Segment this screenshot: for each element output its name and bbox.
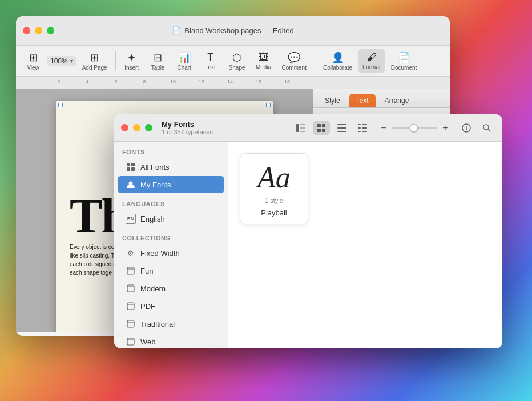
fontbook-window: My Fonts 1 of 357 typefaces [114, 114, 502, 348]
fontbook-body: Fonts All Fonts [114, 142, 502, 348]
fixed-width-label: Fixed Width [140, 249, 180, 258]
fontbook-titlebar: My Fonts 1 of 357 typefaces [114, 114, 502, 142]
document-icon: 📄 [398, 51, 410, 64]
svg-rect-6 [317, 129, 321, 132]
comment-icon: 💬 [288, 51, 300, 64]
svg-rect-23 [131, 163, 135, 166]
english-icon: EN [126, 214, 136, 224]
fontbook-grid-view-button[interactable] [313, 121, 330, 135]
toolbar-shape[interactable]: ⬡ Shape [224, 49, 250, 73]
sidebar-item-modern[interactable]: Modern [118, 280, 224, 297]
svg-rect-5 [322, 124, 325, 127]
fun-label: Fun [140, 267, 153, 275]
toolbar-media[interactable]: 🖼 Media [251, 49, 276, 73]
all-fonts-icon [126, 162, 136, 172]
sidebar-item-my-fonts[interactable]: My Fonts [118, 176, 224, 193]
fontbook-main: Aa 1 style Playball [228, 142, 502, 348]
fontbook-list-view-button[interactable] [333, 121, 350, 135]
zoom-control[interactable]: 100% ▾ [47, 56, 76, 66]
shape-icon: ⬡ [232, 51, 241, 64]
sidebar-section-languages: Languages [114, 194, 228, 210]
table-icon: ⊟ [154, 51, 162, 64]
maximize-button[interactable] [47, 27, 54, 34]
collaborate-icon: 👤 [332, 51, 344, 64]
window-title: 📄 Bland Workshop.pages — Edited [172, 26, 293, 35]
chart-icon: 📊 [178, 51, 191, 64]
toolbar-chart[interactable]: 📊 Chart [172, 49, 197, 73]
close-button[interactable] [23, 27, 30, 34]
traditional-label: Traditional [140, 320, 175, 328]
size-slider-group: − + [378, 122, 451, 134]
web-icon [126, 336, 136, 347]
svg-rect-0 [296, 124, 299, 132]
svg-rect-18 [466, 127, 467, 130]
fontbook-close-button[interactable] [121, 124, 128, 131]
toolbar-collaborate[interactable]: 👤 Collaborate [319, 49, 357, 73]
font-style-count: 1 style [265, 197, 283, 204]
svg-rect-9 [337, 127, 346, 129]
toolbar-view[interactable]: ⊞ View [21, 49, 46, 73]
toolbar-divider-2 [315, 51, 315, 71]
svg-rect-4 [317, 124, 321, 127]
svg-rect-35 [127, 338, 134, 345]
my-fonts-icon [126, 179, 136, 190]
font-preview-card[interactable]: Aa 1 style Playball [240, 153, 308, 224]
tab-arrange[interactable]: Arrange [378, 94, 416, 107]
svg-rect-2 [300, 127, 305, 129]
fontbook-maximize-button[interactable] [145, 124, 152, 131]
svg-rect-27 [127, 267, 134, 274]
svg-rect-13 [358, 127, 361, 129]
modern-label: Modern [140, 284, 166, 293]
sidebar-section-collections: Collections [114, 228, 228, 244]
fontbook-search-button[interactable] [478, 121, 495, 135]
svg-line-21 [488, 129, 490, 131]
fontbook-minimize-button[interactable] [133, 124, 140, 131]
my-fonts-label: My Fonts [140, 181, 171, 189]
fontbook-info-button[interactable] [458, 121, 475, 135]
size-increase-button[interactable]: + [440, 122, 451, 134]
size-slider[interactable] [392, 127, 437, 129]
traditional-icon [126, 319, 136, 329]
toolbar-table[interactable]: ⊟ Table [146, 49, 171, 73]
svg-rect-24 [127, 167, 130, 171]
fontbook-detail-view-button[interactable] [354, 121, 371, 135]
pdf-label: PDF [140, 302, 155, 311]
all-fonts-label: All Fonts [140, 163, 170, 171]
traffic-lights [23, 27, 54, 34]
sidebar-item-fixed-width[interactable]: ⚙ Fixed Width [118, 244, 224, 262]
font-name: Playball [261, 208, 287, 217]
toolbar-insert[interactable]: ✦ Insert [119, 49, 144, 73]
english-label: English [140, 215, 165, 223]
toolbar-addpage[interactable]: ⊞ Add Page [78, 49, 112, 73]
toolbar-format[interactable]: 🖌 Format [358, 49, 385, 73]
sidebar-item-fun[interactable]: Fun [118, 262, 224, 279]
fontbook-toolbar-icons: − + [292, 121, 495, 135]
format-icon: 🖌 [366, 51, 377, 63]
svg-rect-12 [362, 124, 367, 125]
svg-rect-8 [337, 124, 346, 125]
toolbar-comment[interactable]: 💬 Comment [277, 49, 311, 73]
minimize-button[interactable] [35, 27, 42, 34]
svg-rect-15 [358, 131, 361, 132]
toolbar-document[interactable]: 📄 Document [386, 49, 422, 73]
tab-text[interactable]: Text [349, 94, 376, 107]
fontbook-sidebar: Fonts All Fonts [114, 142, 228, 348]
toolbar-text[interactable]: T Text [198, 49, 223, 73]
addpage-icon: ⊞ [90, 51, 99, 64]
text-icon: T [207, 51, 213, 63]
size-decrease-button[interactable]: − [378, 122, 389, 134]
media-icon: 🖼 [259, 51, 269, 63]
sidebar-item-english[interactable]: EN English [118, 210, 224, 227]
tab-style[interactable]: Style [318, 94, 347, 107]
sidebar-item-all-fonts[interactable]: All Fonts [118, 158, 224, 175]
svg-rect-14 [362, 127, 367, 129]
sidebar-item-web[interactable]: Web [118, 333, 224, 348]
modern-icon [126, 283, 136, 294]
sidebar-item-traditional[interactable]: Traditional [118, 315, 224, 332]
sidebar-item-pdf[interactable]: PDF [118, 298, 224, 315]
svg-rect-22 [127, 163, 130, 166]
fontbook-sidebar-toggle[interactable] [292, 121, 309, 135]
fontbook-subtitle: 1 of 357 typefaces [162, 129, 213, 135]
ruler: 2 4 6 8 10 12 14 16 18 [16, 77, 450, 89]
svg-rect-25 [131, 167, 135, 171]
